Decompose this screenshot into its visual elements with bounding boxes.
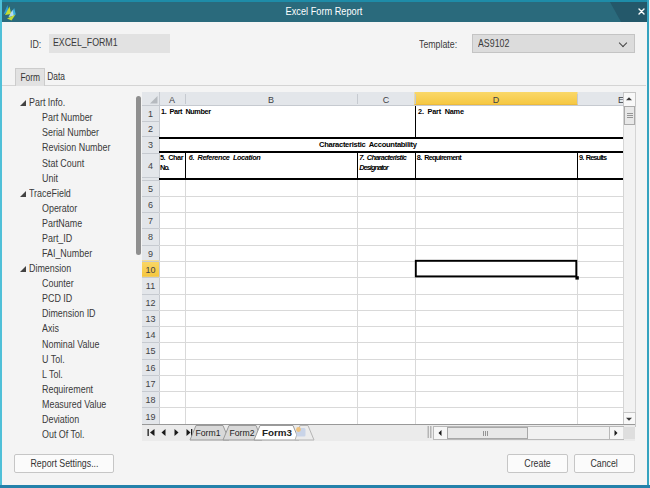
svg-text:2. Part Name: 2. Part Name: [418, 107, 464, 116]
svg-text:10: 10: [145, 265, 155, 275]
svg-text:18: 18: [145, 395, 155, 405]
svg-text:5. Char: 5. Char: [160, 153, 184, 162]
svg-text:14: 14: [145, 330, 155, 340]
svg-text:8. Requirement: 8. Requirement: [417, 153, 463, 162]
svg-text:12: 12: [145, 298, 155, 308]
svg-text:Form1: Form1: [196, 427, 221, 438]
svg-text:D: D: [493, 95, 500, 105]
svg-text:A: A: [169, 95, 175, 105]
svg-text:4: 4: [148, 161, 153, 171]
svg-text:Designator: Designator: [359, 163, 390, 172]
svg-text:6. Reference Location: 6. Reference Location: [189, 153, 262, 162]
svg-text:1: 1: [148, 109, 153, 119]
svg-text:9. Results: 9. Results: [579, 153, 607, 162]
svg-text:Form2: Form2: [230, 427, 255, 438]
svg-text:1. Part Number: 1. Part Number: [161, 107, 211, 116]
svg-text:Characteristic Accountability: Characteristic Accountability: [319, 140, 418, 149]
svg-text:2: 2: [148, 124, 153, 134]
svg-text:16: 16: [145, 363, 155, 373]
svg-text:7. Characteristic: 7. Characteristic: [359, 153, 407, 162]
svg-text:11: 11: [146, 281, 155, 291]
svg-text:7: 7: [148, 216, 153, 226]
svg-text:C: C: [383, 95, 390, 105]
svg-text:Form3: Form3: [262, 427, 292, 438]
svg-text:17: 17: [145, 379, 155, 389]
svg-text:No.: No.: [160, 163, 170, 172]
svg-text:8: 8: [148, 232, 153, 242]
svg-text:5: 5: [148, 184, 153, 194]
svg-text:19: 19: [145, 412, 155, 422]
svg-text:3: 3: [148, 140, 153, 150]
svg-text:13: 13: [145, 314, 155, 324]
svg-text:B: B: [268, 95, 274, 105]
svg-text:6: 6: [148, 200, 153, 210]
svg-text:9: 9: [148, 249, 153, 259]
svg-text:15: 15: [145, 346, 155, 356]
